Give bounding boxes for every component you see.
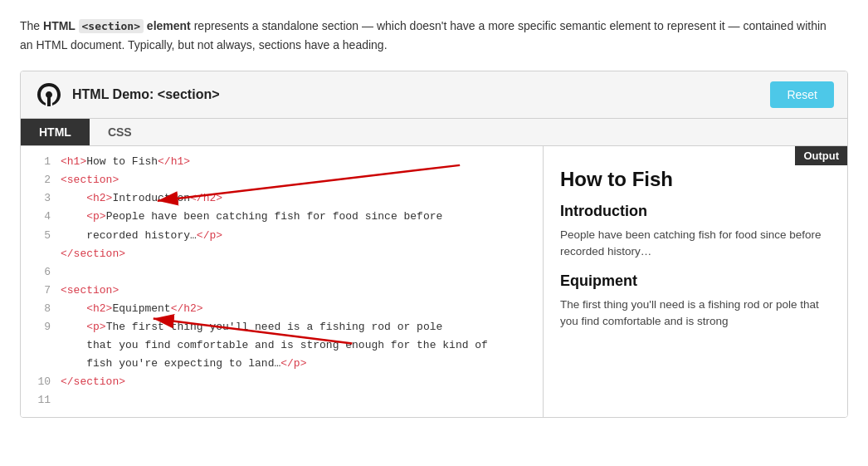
tab-css[interactable]: CSS	[90, 119, 150, 145]
output-h2-intro: Introduction	[560, 203, 831, 220]
code-line-7: 7 <section>	[21, 282, 543, 300]
code-line-2: 2 <section>	[21, 171, 543, 189]
output-panel: Output How to Fish Introduction People h…	[544, 146, 847, 416]
tabs-row: HTML CSS	[21, 119, 847, 146]
code-line-9: 9 <p>The first thing you'll need is a fi…	[21, 318, 543, 336]
html-section-tag: <section>	[79, 19, 144, 33]
code-line-11: 11	[21, 391, 543, 410]
output-p-intro: People have been catching fish for food …	[560, 227, 831, 261]
code-line-10: 10 </section>	[21, 373, 543, 391]
output-h1: How to Fish	[560, 168, 831, 191]
code-line-blank: 6	[21, 263, 543, 282]
code-line-4: 4 <p>People have been catching fish for …	[21, 208, 543, 226]
output-content: How to Fish Introduction People have bee…	[560, 168, 831, 330]
output-h2-equipment: Equipment	[560, 272, 831, 290]
demo-title: HTML Demo: <section>	[72, 87, 220, 102]
code-line-8: 8 <h2>Equipment</h2>	[21, 300, 543, 318]
output-badge: Output	[795, 146, 847, 165]
demo-container: HTML Demo: <section> Reset HTML CSS 1 <h…	[20, 71, 848, 417]
demo-header: HTML Demo: <section> Reset	[21, 71, 847, 119]
output-p-equipment: The first thing you'll need is a fishing…	[560, 297, 831, 331]
tab-html[interactable]: HTML	[21, 119, 90, 145]
reset-button[interactable]: Reset	[770, 81, 834, 108]
code-line-6: </section>	[21, 245, 543, 263]
code-panel: 1 <h1>How to Fish</h1> 2 <section> 3 <h2…	[21, 146, 544, 416]
code-line-3: 3 <h2>Introduction</h2>	[21, 189, 543, 208]
code-line-5: 5 recorded history…</p>	[21, 227, 543, 245]
code-line-1: 1 <h1>How to Fish</h1>	[21, 153, 543, 171]
demo-header-left: HTML Demo: <section>	[34, 80, 220, 110]
description-text: The HTML <section> element represents a …	[20, 17, 833, 54]
code-line-9c: fish you're expecting to land…</p>	[21, 355, 543, 373]
mdn-logo-icon	[34, 80, 64, 110]
demo-body: 1 <h1>How to Fish</h1> 2 <section> 3 <h2…	[21, 146, 847, 416]
code-line-9b: that you find comfortable and is strong …	[21, 336, 543, 355]
